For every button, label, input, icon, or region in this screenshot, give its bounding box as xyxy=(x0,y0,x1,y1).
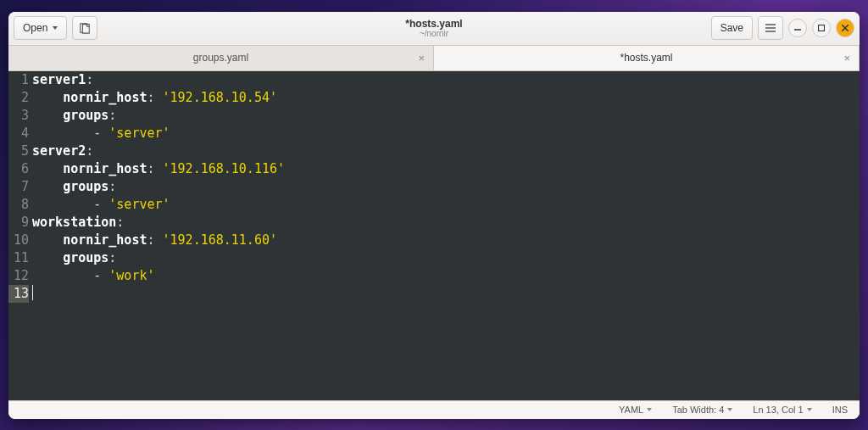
text-cursor xyxy=(32,285,33,300)
status-language[interactable]: YAML xyxy=(619,405,652,415)
code-line[interactable]: nornir_host: '192.168.11.60' xyxy=(32,232,860,249)
code-line[interactable]: server2: xyxy=(32,142,860,160)
close-icon xyxy=(842,25,849,31)
dropdown-icon xyxy=(807,408,812,411)
new-tab-button[interactable] xyxy=(72,16,97,40)
code-line[interactable]: workstation: xyxy=(32,214,860,232)
line-number: 7 xyxy=(8,178,29,196)
svg-rect-1 xyxy=(819,25,825,31)
line-number: 3 xyxy=(8,107,29,125)
editor-area[interactable]: 12345678910111213 server1: nornir_host: … xyxy=(8,71,860,400)
line-number: 5 xyxy=(8,142,29,160)
editor-window: Open *hosts.yaml ~/nornir Save xyxy=(8,12,860,419)
status-language-label: YAML xyxy=(619,405,643,415)
close-button[interactable] xyxy=(836,19,854,37)
code-line[interactable]: - 'server' xyxy=(32,196,860,214)
line-number: 12 xyxy=(8,267,29,285)
line-number: 8 xyxy=(8,196,29,214)
code-line[interactable]: groups: xyxy=(32,249,860,267)
line-number: 4 xyxy=(8,125,29,142)
dropdown-icon xyxy=(647,408,652,411)
line-number: 6 xyxy=(8,160,29,178)
hamburger-icon xyxy=(765,22,776,34)
status-tab-width[interactable]: Tab Width: 4 xyxy=(672,405,732,415)
line-number: 9 xyxy=(8,214,29,232)
code-line[interactable]: groups: xyxy=(32,107,860,125)
tab-close-icon[interactable]: × xyxy=(843,52,850,64)
status-tab-width-label: Tab Width: 4 xyxy=(672,405,724,415)
tab-groups-yaml[interactable]: groups.yaml× xyxy=(8,46,434,70)
line-number-gutter: 12345678910111213 xyxy=(8,71,32,400)
status-insert-mode[interactable]: INS xyxy=(832,405,848,415)
code-line[interactable]: nornir_host: '192.168.10.116' xyxy=(32,160,860,178)
code-line[interactable]: server1: xyxy=(32,71,860,89)
save-button[interactable]: Save xyxy=(711,16,753,40)
line-number: 10 xyxy=(8,232,29,249)
line-number: 2 xyxy=(8,89,29,107)
tab-label: groups.yaml xyxy=(193,52,248,64)
tab-label: *hosts.yaml xyxy=(620,52,672,64)
line-number: 13 xyxy=(8,285,29,303)
minimize-icon xyxy=(794,25,801,31)
code-line[interactable]: - 'server' xyxy=(32,125,860,142)
hamburger-menu-button[interactable] xyxy=(758,16,783,40)
code-line[interactable]: nornir_host: '192.168.10.54' xyxy=(32,89,860,107)
tab--hosts-yaml[interactable]: *hosts.yaml× xyxy=(434,46,860,70)
titlebar: Open *hosts.yaml ~/nornir Save xyxy=(8,12,860,46)
maximize-button[interactable] xyxy=(812,19,831,37)
code-line[interactable] xyxy=(32,285,860,303)
minimize-button[interactable] xyxy=(788,19,807,37)
code-line[interactable]: - 'work' xyxy=(32,267,860,285)
tab-close-icon[interactable]: × xyxy=(418,52,425,64)
tab-bar: groups.yaml×*hosts.yaml× xyxy=(8,46,860,71)
code-line[interactable]: groups: xyxy=(32,178,860,196)
status-position-label: Ln 13, Col 1 xyxy=(753,405,803,415)
dropdown-icon xyxy=(727,408,732,411)
status-position[interactable]: Ln 13, Col 1 xyxy=(753,405,811,415)
line-number: 11 xyxy=(8,249,29,267)
new-document-icon xyxy=(79,22,91,34)
code-content[interactable]: server1: nornir_host: '192.168.10.54' gr… xyxy=(32,71,860,400)
maximize-icon xyxy=(818,25,825,31)
line-number: 1 xyxy=(8,71,29,89)
status-bar: YAML Tab Width: 4 Ln 13, Col 1 INS xyxy=(8,400,860,419)
open-button[interactable]: Open xyxy=(14,16,67,40)
